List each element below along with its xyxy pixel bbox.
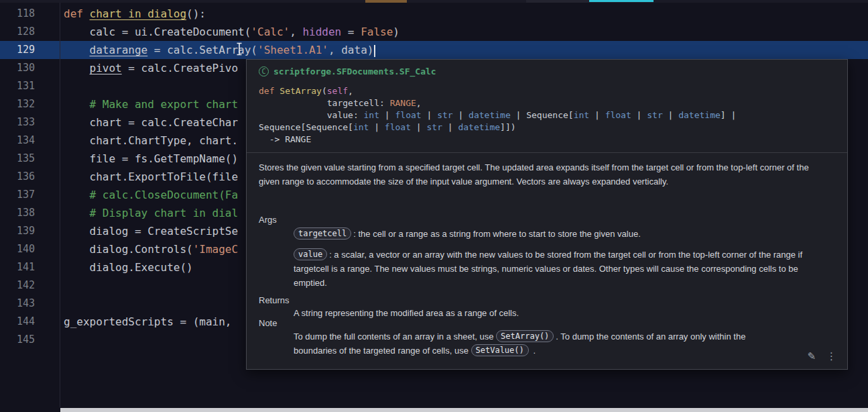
signature-token: datetime (469, 110, 511, 120)
signature-token: ( (322, 86, 327, 96)
active-tab-underline (589, 0, 654, 2)
line-text (60, 295, 64, 313)
signature-token: value: (259, 110, 364, 120)
code-line[interactable]: 128 calc = ui.CreateDocument('Calc', hid… (0, 23, 868, 41)
signature-token: | Sequence[ (511, 110, 574, 120)
method-signature: def SetArray(self, targetcell: RANGE, va… (259, 85, 736, 146)
text-caret (374, 45, 375, 57)
signature-token: | (453, 110, 469, 120)
args-section-label: Args (259, 214, 277, 226)
mouse-cursor-ibeam (236, 42, 243, 58)
signature-token: | (442, 122, 458, 132)
popup-header: C scriptforge.SFDocuments.SF_Calc (259, 66, 436, 76)
gutter-divider (60, 3, 60, 407)
line-text (60, 331, 64, 349)
line-number: 137 (0, 186, 60, 204)
code-token: calc = ui.CreateDocument( (64, 25, 251, 38)
code-token: , data) (328, 44, 373, 56)
documentation-popup: C scriptforge.SFDocuments.SF_Calc def Se… (246, 59, 848, 370)
line-number: 135 (0, 150, 60, 168)
code-token: 'Calc' (251, 25, 290, 38)
code-token: dialog.Execute() (64, 261, 193, 274)
signature-token: self (327, 86, 348, 96)
signature-token: targetcell: (259, 98, 390, 108)
line-text: chart.ExportToFile(file (60, 168, 238, 186)
code-token: hidden (302, 25, 341, 38)
signature-line: def SetArray(self, (259, 85, 736, 97)
line-number: 139 (0, 222, 60, 240)
code-token: False (361, 25, 393, 38)
code-token: dialog = CreateScriptSe (64, 225, 238, 238)
edit-icon[interactable]: ✎ (807, 350, 816, 362)
arg-item: targetcell: the cell or a range as a str… (294, 227, 823, 241)
arg-text: : a scalar, a vector or an array with th… (294, 250, 802, 288)
line-number: 145 (0, 331, 60, 349)
code-token: # Display chart in dial (64, 207, 238, 219)
popup-actions: ✎ ⋮ (807, 350, 836, 362)
line-number: 133 (0, 113, 60, 132)
code-token: file = fs.GetTempName() (64, 152, 238, 165)
signature-token: , (348, 86, 353, 96)
signature-token: datetime (678, 110, 721, 120)
signature-token: Sequence[Sequence[ (259, 122, 353, 132)
code-token: , (290, 25, 302, 38)
code-token: chart_in_dialog (90, 7, 187, 20)
args-list: targetcell: the cell or a range as a str… (294, 227, 823, 297)
param-chip: value (294, 248, 327, 260)
line-number: 130 (0, 59, 60, 77)
signature-token: float (385, 122, 411, 132)
code-token: # Make and export chart (64, 98, 238, 111)
line-text: chart = calc.CreateChar (60, 113, 238, 132)
code-token: (): (186, 7, 206, 20)
qualified-class-name[interactable]: scriptforge.SFDocuments.SF_Calc (273, 66, 436, 76)
code-token: g_exportedScripts = (main, (64, 315, 238, 328)
returns-text: A string representing the modified area … (294, 306, 823, 320)
signature-token: | (589, 110, 605, 120)
signature-token: str (426, 122, 442, 132)
line-text: dialog.Execute() (60, 258, 193, 276)
signature-token: float (605, 110, 631, 120)
code-token: chart.ExportToFile(file (64, 170, 238, 183)
code-token: chart = calc.CreateChar (64, 116, 238, 129)
line-text: # Make and export chart (60, 95, 238, 113)
code-token: = calc.CreatePivo (122, 62, 238, 74)
code-token (64, 62, 90, 74)
line-number: 141 (0, 258, 60, 276)
line-number: 132 (0, 95, 60, 113)
code-line[interactable]: 118def chart_in_dialog(): (0, 5, 868, 23)
signature-line: targetcell: RANGE, (259, 97, 736, 109)
arg-item: value: a scalar, a vector or an array wi… (294, 248, 823, 290)
signature-token: SetArray (280, 86, 322, 96)
line-number: 134 (0, 132, 60, 150)
code-line[interactable]: 129 datarange = calc.SetArray('Sheet1.A1… (0, 41, 868, 59)
line-text: calc = ui.CreateDocument('Calc', hidden … (60, 23, 399, 41)
more-options-icon[interactable]: ⋮ (826, 350, 836, 362)
code-token (64, 44, 90, 56)
signature-line: -> RANGE (259, 134, 736, 146)
line-text: dialog.Controls('ImageC (60, 240, 238, 258)
signature-token: str (437, 110, 452, 120)
signature-token: | (663, 110, 678, 120)
code-editor-window: 118def chart_in_dialog():128 calc = ui.C… (0, 0, 868, 412)
line-text: chart.ChartType, chart. (60, 132, 238, 150)
line-text: file = fs.GetTempName() (60, 150, 238, 168)
signature-token: ] | (721, 110, 736, 120)
code-chip: SetValue() (471, 344, 529, 356)
line-text: g_exportedScripts = (main, (60, 313, 238, 331)
horizontal-scrollbar[interactable] (60, 408, 868, 412)
code-token: dialog.Controls( (64, 243, 193, 256)
code-token: datarange (90, 44, 148, 56)
line-text: pivot = calc.CreatePivo (60, 59, 238, 77)
signature-token: int (574, 110, 589, 120)
code-token: def (64, 7, 90, 20)
line-number: 129 (0, 41, 60, 59)
signature-token: RANGE (390, 98, 416, 108)
code-token: 'Sheet1.A1' (257, 44, 328, 56)
note-text: To dump the full contents of an array in… (294, 329, 790, 358)
signature-line: Sequence[Sequence[int | float | str | da… (259, 121, 736, 134)
method-description: Stores the given value starting from a s… (259, 160, 820, 189)
code-token: ) (393, 25, 399, 38)
class-icon: C (259, 66, 269, 76)
signature-token: ]]) (500, 122, 515, 132)
code-token: pivot (90, 62, 122, 74)
